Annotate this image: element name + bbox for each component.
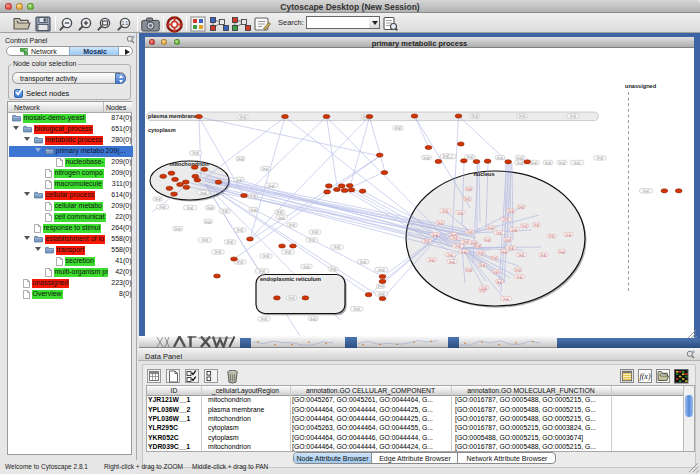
svg-text:(x-y): (x-y) [534,223,540,227]
svg-text:(x-y): (x-y) [237,228,243,232]
svg-text:(x-y): (x-y) [277,210,283,214]
svg-text:(x-y): (x-y) [463,240,469,244]
svg-text:(x-y): (x-y) [467,155,473,159]
svg-text:(x-y): (x-y) [448,253,454,257]
svg-text:endoplasmic reticulum: endoplasmic reticulum [260,276,321,282]
svg-text:(x-y): (x-y) [438,221,444,225]
svg-text:(x-y): (x-y) [519,253,525,257]
svg-text:(x-y): (x-y) [303,265,309,269]
svg-text:(x-y): (x-y) [497,231,503,235]
svg-text:(x-y): (x-y) [519,205,525,209]
svg-text:(x-y): (x-y) [200,191,206,195]
svg-text:(x-y): (x-y) [312,230,318,234]
svg-text:mitochondrion: mitochondrion [169,161,209,167]
svg-text:plasma membrane: plasma membrane [148,113,197,119]
svg-text:(x-y): (x-y) [488,226,494,230]
svg-text:(x-y): (x-y) [395,126,401,130]
svg-text:(x-y): (x-y) [467,230,473,234]
svg-text:(x-y): (x-y) [251,208,257,212]
svg-text:(x-y): (x-y) [263,167,269,171]
svg-text:(x-y): (x-y) [574,161,580,165]
svg-text:(x-y): (x-y) [285,250,291,254]
svg-text:(x-y): (x-y) [475,244,481,248]
svg-text:(x-y): (x-y) [449,260,455,264]
svg-text:(x-y): (x-y) [452,236,458,240]
svg-text:f(x): f(x) [639,372,650,381]
svg-text:(x-y): (x-y) [237,260,243,264]
svg-text:(x-y): (x-y) [559,250,565,254]
svg-text:(x-y): (x-y) [250,194,256,198]
svg-text:(x-y): (x-y) [455,244,461,248]
svg-text:(x-y): (x-y) [202,238,208,242]
svg-text:(x-y): (x-y) [279,216,285,220]
svg-text:(x-y): (x-y) [480,263,486,267]
svg-text:(x-y): (x-y) [512,228,518,232]
svg-text:(x-y): (x-y) [545,161,551,165]
svg-text:(x-y): (x-y) [503,297,509,301]
svg-text:cytoplasm: cytoplasm [148,127,176,133]
svg-text:(x-y): (x-y) [497,156,503,160]
svg-text:(x-y): (x-y) [502,250,508,254]
svg-text:(x-y): (x-y) [643,189,649,193]
svg-text:(x-y): (x-y) [288,296,294,300]
svg-text:(x-y): (x-y) [360,260,366,264]
svg-text:(x-y): (x-y) [515,268,521,272]
svg-text:(x-y): (x-y) [522,224,528,228]
svg-text:(x-y): (x-y) [424,156,430,160]
svg-text:(x-y): (x-y) [309,238,315,242]
svg-text:(x-y): (x-y) [540,253,546,257]
svg-text:(x-y): (x-y) [497,280,503,284]
svg-text:(x-y): (x-y) [160,205,166,209]
svg-text:(x-y): (x-y) [378,268,384,272]
svg-text:(x-y): (x-y) [517,161,523,165]
svg-text:(x-y): (x-y) [187,206,193,210]
svg-text:(x-y): (x-y) [207,206,213,210]
svg-text:(x-y): (x-y) [424,239,430,243]
svg-text:(x-y): (x-y) [458,211,464,215]
svg-text:(x-y): (x-y) [175,227,181,231]
svg-text:(x-y): (x-y) [508,209,514,213]
svg-text:(x-y): (x-y) [549,234,555,238]
svg-text:(x-y): (x-y) [354,307,360,311]
svg-text:(x-y): (x-y) [443,209,449,213]
svg-text:(x-y): (x-y) [193,151,199,155]
svg-text:(x-y): (x-y) [378,284,384,288]
svg-text:(x-y): (x-y) [517,275,523,279]
svg-text:(x-y): (x-y) [261,317,267,321]
svg-text:(x-y): (x-y) [485,238,491,242]
svg-text:(x-y): (x-y) [461,250,467,254]
svg-text:nucleus: nucleus [473,171,494,177]
svg-text:(x-y): (x-y) [432,233,438,237]
svg-text:unassigned: unassigned [625,83,657,89]
svg-text:(x-y): (x-y) [215,250,221,254]
svg-text:(x-y): (x-y) [481,286,487,290]
svg-text:(x-y): (x-y) [570,114,576,118]
svg-text:(x-y): (x-y) [330,267,336,271]
svg-text:(x-y): (x-y) [238,157,244,161]
svg-text:(x-y): (x-y) [263,254,269,258]
svg-text:(x-y): (x-y) [559,161,565,165]
svg-text:(x-y): (x-y) [268,184,274,188]
svg-text:(x-y): (x-y) [259,269,265,273]
svg-text:(x-y): (x-y) [472,114,478,118]
svg-text:(x-y): (x-y) [429,258,435,262]
svg-text:(x-y): (x-y) [289,223,295,227]
svg-text:(x-y): (x-y) [310,317,316,321]
svg-text:(x-y): (x-y) [443,154,449,158]
svg-text:(x-y): (x-y) [478,251,484,255]
svg-text:(x-y): (x-y) [508,246,514,250]
svg-text:(x-y): (x-y) [378,292,384,296]
svg-text:(x-y): (x-y) [466,187,472,191]
svg-text:(x-y): (x-y) [517,156,523,160]
svg-text:(x-y): (x-y) [334,245,340,249]
svg-text:(x-y): (x-y) [531,161,537,165]
svg-text:(x-y): (x-y) [505,238,511,242]
svg-text:(x-y): (x-y) [227,240,233,244]
svg-text:(x-y): (x-y) [519,114,525,118]
svg-text:(x-y): (x-y) [205,220,211,224]
svg-text:(x-y): (x-y) [566,233,572,237]
svg-text:(x-y): (x-y) [236,178,242,182]
svg-text:(x-y): (x-y) [466,268,472,272]
svg-text:(x-y): (x-y) [240,115,246,119]
svg-text:(x-y): (x-y) [597,156,603,160]
